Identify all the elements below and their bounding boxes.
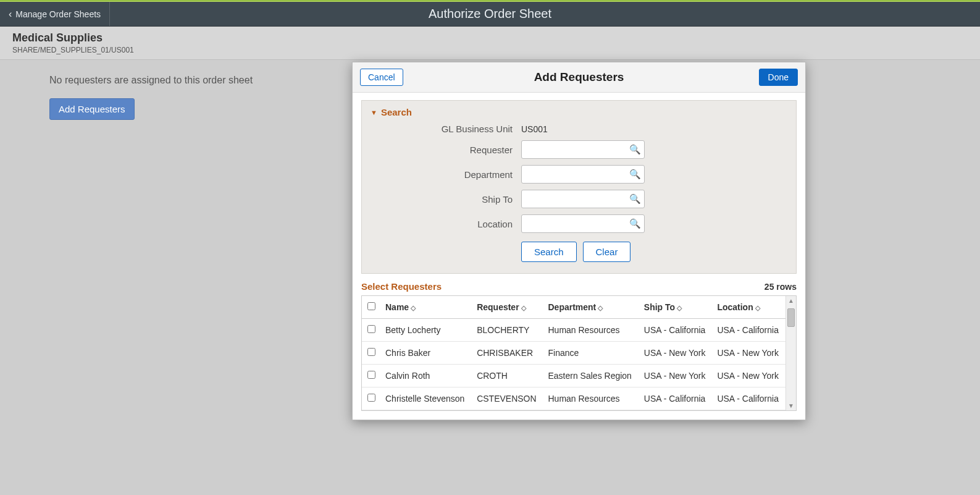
sort-icon: ◇ — [411, 304, 416, 311]
modal-title: Add Requesters — [534, 70, 624, 84]
col-location[interactable]: Location◇ — [712, 296, 785, 319]
subheader: Medical Supplies SHARE/MED_SUPPLIES_01/U… — [0, 27, 980, 60]
table-row: Chris BakerCHRISBAKERFinanceUSA - New Yo… — [362, 342, 785, 365]
cell-requester: CROTH — [472, 365, 543, 387]
cell-name: Calvin Roth — [380, 365, 472, 387]
cell-location: USA - California — [712, 319, 785, 342]
cell-department: Human Resources — [543, 387, 639, 410]
table-row: Calvin RothCROTHEastern Sales RegionUSA … — [362, 365, 785, 387]
shipto-lookup-icon[interactable]: 🔍 — [629, 193, 641, 205]
cell-requester: CHRISBAKER — [472, 342, 543, 365]
add-requesters-button[interactable]: Add Requesters — [49, 98, 135, 120]
location-input[interactable] — [521, 214, 645, 233]
back-label: Manage Order Sheets — [15, 9, 101, 19]
chevron-left-icon: ‹ — [9, 9, 12, 20]
requester-input[interactable] — [521, 140, 645, 159]
col-department[interactable]: Department◇ — [543, 296, 639, 319]
table-row: Christelle StevensonCSTEVENSONHuman Reso… — [362, 387, 785, 410]
topbar: ‹ Manage Order Sheets Authorize Order Sh… — [0, 2, 980, 27]
done-button[interactable]: Done — [759, 69, 798, 86]
cell-location: USA - New York — [712, 342, 785, 365]
shipto-input[interactable] — [521, 190, 645, 208]
cell-requester: BLOCHERTY — [472, 319, 543, 342]
gl-bu-label: GL Business Unit — [377, 124, 513, 134]
cell-name: Chris Baker — [380, 342, 472, 365]
cell-department: Eastern Sales Region — [543, 365, 639, 387]
shipto-label: Ship To — [377, 194, 513, 205]
results-table-wrap: Name◇ Requester◇ Department◇ Ship To◇ Lo… — [361, 295, 797, 411]
ordersheet-path: SHARE/MED_SUPPLIES_01/US001 — [12, 46, 968, 54]
col-name[interactable]: Name◇ — [380, 296, 472, 319]
row-count: 25 rows — [764, 282, 797, 292]
location-lookup-icon[interactable]: 🔍 — [629, 218, 641, 229]
ordersheet-title: Medical Supplies — [12, 32, 968, 44]
gl-bu-value: US001 — [521, 124, 645, 134]
row-checkbox[interactable] — [367, 394, 375, 402]
col-requester[interactable]: Requester◇ — [472, 296, 543, 319]
cell-shipto: USA - California — [639, 319, 713, 342]
cell-shipto: USA - New York — [639, 342, 713, 365]
row-checkbox[interactable] — [367, 348, 375, 356]
row-checkbox[interactable] — [367, 371, 375, 379]
cell-shipto: USA - New York — [639, 365, 713, 387]
modal-header: Cancel Add Requesters Done — [353, 62, 805, 93]
cell-requester: CSTEVENSON — [472, 387, 543, 410]
page-title: Authorize Order Sheet — [429, 7, 551, 21]
search-button[interactable]: Search — [521, 242, 577, 262]
search-section-label: Search — [381, 107, 412, 117]
sort-icon: ◇ — [677, 304, 682, 311]
location-label: Location — [377, 219, 513, 229]
select-requesters-label: Select Requesters — [361, 281, 442, 292]
scroll-thumb[interactable] — [787, 308, 795, 327]
search-section: ▼ Search GL Business Unit US001 Requeste… — [361, 100, 797, 274]
department-lookup-icon[interactable]: 🔍 — [629, 169, 641, 180]
col-shipto[interactable]: Ship To◇ — [639, 296, 713, 319]
cell-location: USA - California — [712, 387, 785, 410]
cell-department: Human Resources — [543, 319, 639, 342]
back-link[interactable]: ‹ Manage Order Sheets — [0, 2, 110, 26]
collapse-icon: ▼ — [371, 109, 377, 116]
results-table: Name◇ Requester◇ Department◇ Ship To◇ Lo… — [362, 296, 785, 410]
requester-lookup-icon[interactable]: 🔍 — [629, 144, 641, 155]
select-all-checkbox[interactable] — [367, 302, 375, 310]
requester-label: Requester — [377, 145, 513, 155]
department-label: Department — [377, 169, 513, 180]
table-scrollbar[interactable] — [785, 296, 796, 410]
sort-icon: ◇ — [755, 304, 760, 311]
search-section-toggle[interactable]: ▼ Search — [371, 107, 787, 117]
sort-icon: ◇ — [598, 304, 603, 311]
department-input[interactable] — [521, 165, 645, 184]
clear-button[interactable]: Clear — [583, 242, 631, 262]
cell-shipto: USA - California — [639, 387, 713, 410]
add-requesters-modal: Cancel Add Requesters Done ▼ Search GL B… — [352, 62, 806, 420]
row-checkbox[interactable] — [367, 325, 375, 333]
cell-name: Christelle Stevenson — [380, 387, 472, 410]
cell-location: USA - New York — [712, 365, 785, 387]
cell-department: Finance — [543, 342, 639, 365]
table-row: Betty LochertyBLOCHERTYHuman ResourcesUS… — [362, 319, 785, 342]
cell-name: Betty Locherty — [380, 319, 472, 342]
sort-icon: ◇ — [521, 304, 526, 311]
cancel-button[interactable]: Cancel — [360, 69, 403, 86]
